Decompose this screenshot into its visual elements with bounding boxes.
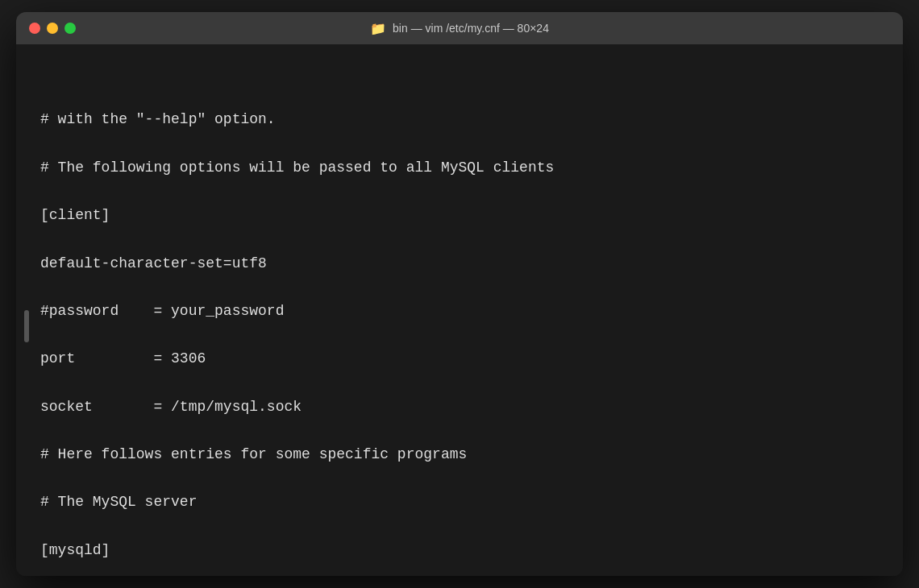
- scrollbar[interactable]: [24, 310, 29, 342]
- folder-icon: 📁: [370, 21, 386, 36]
- line-4: default-character-set=utf8: [40, 252, 879, 276]
- line-8: # Here follows entries for some specific…: [40, 443, 879, 467]
- line-10: [mysqld]: [40, 539, 879, 563]
- line-6: port = 3306: [40, 347, 879, 371]
- terminal-body[interactable]: # with the "--help" option. # The follow…: [16, 44, 903, 576]
- line-1: # with the "--help" option.: [40, 108, 879, 132]
- line-5: #password = your_password: [40, 300, 879, 324]
- line-2: # The following options will be passed t…: [40, 156, 879, 180]
- traffic-lights: [29, 23, 76, 34]
- line-7: socket = /tmp/mysql.sock: [40, 395, 879, 420]
- terminal-window: 📁 bin — vim /etc/my.cnf — 80×24 # with t…: [16, 12, 903, 576]
- line-9: # The MySQL server: [40, 491, 879, 515]
- maximize-button[interactable]: [64, 23, 76, 34]
- minimize-button[interactable]: [47, 23, 58, 34]
- close-button[interactable]: [29, 23, 40, 34]
- title-bar: 📁 bin — vim /etc/my.cnf — 80×24: [16, 12, 903, 44]
- window-title: 📁 bin — vim /etc/my.cnf — 80×24: [370, 21, 549, 36]
- line-3: [client]: [40, 204, 879, 228]
- file-content: # with the "--help" option. # The follow…: [40, 60, 879, 576]
